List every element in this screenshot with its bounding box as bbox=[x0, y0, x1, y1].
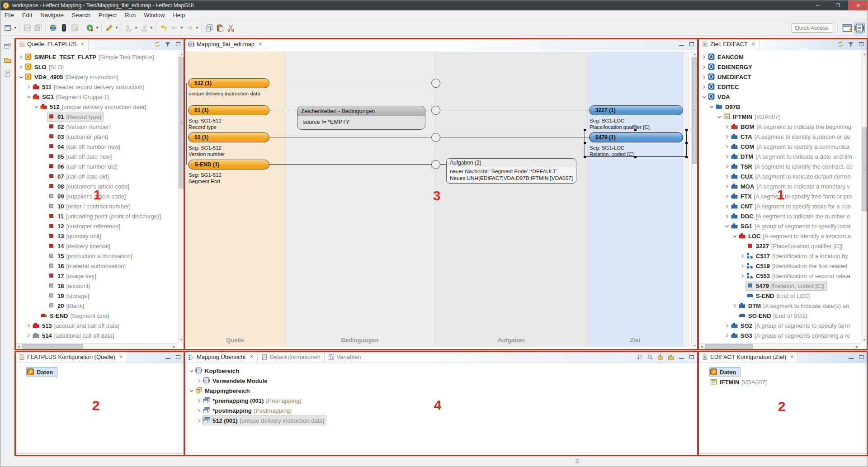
new-wizard-icon[interactable] bbox=[2, 23, 13, 33]
tree-row-14[interactable]: 14[delivery interval] bbox=[17, 241, 176, 251]
expander-collapsed-icon[interactable] bbox=[25, 323, 32, 328]
tree-row-5479[interactable]: 5479[Relation, coded [C]] bbox=[700, 281, 859, 291]
minimize-window-button[interactable]: ─ bbox=[807, 0, 828, 10]
node-3227[interactable]: 3227 (1) bbox=[589, 105, 683, 115]
tree-row-ftx[interactable]: FTX[A segment to specify free form or pr… bbox=[700, 191, 859, 201]
tree-row-sg1[interactable]: SG1[A group of segments to specify locat bbox=[700, 221, 859, 231]
minimize-icon[interactable] bbox=[678, 354, 685, 361]
tree-row-unedifact[interactable]: UNEDIFACT bbox=[700, 72, 859, 82]
tree-row-18[interactable]: 18[account] bbox=[17, 281, 176, 291]
export-dropdown-icon[interactable]: ▼ bbox=[149, 23, 154, 33]
expander-collapsed-icon[interactable] bbox=[196, 378, 203, 383]
forward-icon[interactable] bbox=[184, 23, 195, 33]
expand-all-icon[interactable] bbox=[667, 354, 675, 361]
expander-collapsed-icon[interactable] bbox=[724, 164, 731, 169]
node-send[interactable]: S-END (1) bbox=[188, 160, 269, 170]
tree-row-03[interactable]: 03[customer plant] bbox=[17, 132, 176, 142]
pen-icon[interactable] bbox=[104, 23, 114, 33]
maximize-icon[interactable] bbox=[175, 41, 182, 48]
expander-collapsed-icon[interactable] bbox=[724, 194, 731, 199]
tree-row-bgm[interactable]: BGM[A segment to indicate the beginning bbox=[700, 122, 859, 132]
expander-collapsed-icon[interactable] bbox=[724, 144, 731, 149]
back-icon[interactable] bbox=[169, 23, 179, 33]
tree-row-vda[interactable]: VDA bbox=[700, 92, 859, 102]
device-icon[interactable] bbox=[58, 23, 69, 33]
expander-collapsed-icon[interactable] bbox=[724, 124, 731, 129]
tree-row-20[interactable]: 20[Blank] bbox=[17, 301, 176, 311]
tree-row-slo[interactable]: SLO[SLO] bbox=[17, 62, 176, 72]
expander-collapsed-icon[interactable] bbox=[724, 184, 731, 189]
expander-expanded-icon[interactable] bbox=[33, 104, 40, 109]
source-horizontal-scrollbar[interactable]: ◀ ▶ bbox=[15, 343, 177, 349]
tree-row-eancom[interactable]: EANCOM bbox=[700, 52, 859, 62]
expander-collapsed-icon[interactable] bbox=[701, 55, 708, 60]
tree-row-loc[interactable]: LOC[A segment to identify a location a bbox=[700, 231, 859, 241]
expander-expanded-icon[interactable] bbox=[188, 368, 195, 373]
tree-row-10[interactable]: 10[order / contract number] bbox=[17, 201, 176, 211]
selection-handle[interactable] bbox=[685, 142, 688, 144]
tree-row-s-end[interactable]: S-END[Segment End] bbox=[17, 311, 176, 321]
save-icon[interactable] bbox=[22, 23, 33, 33]
selection-handle[interactable] bbox=[685, 156, 688, 158]
tree-row-c553[interactable]: C553[Identification of second relate bbox=[700, 271, 859, 281]
close-icon[interactable]: ✕ bbox=[249, 354, 253, 360]
web-icon[interactable] bbox=[47, 23, 58, 33]
tree-row-02[interactable]: 02[Version number] bbox=[17, 122, 176, 132]
tab-detailinformationen[interactable]: Detailinformationen bbox=[258, 351, 325, 363]
tree-row-sg-end[interactable]: SG-END[End of SG1] bbox=[700, 311, 859, 321]
node-02[interactable]: 02 (1) bbox=[188, 132, 269, 142]
tree-row-cnt[interactable]: CNT[A segment to specify totals for a co… bbox=[700, 201, 859, 211]
tree-row-c519[interactable]: C519[Identification the first related bbox=[700, 261, 859, 271]
tree-row-com[interactable]: COM[A segment to identify a communica bbox=[700, 142, 859, 151]
tree-row-514[interactable]: 514[additional call off data] bbox=[17, 330, 176, 340]
tree-row-daten[interactable]: Daten bbox=[702, 367, 863, 377]
tree-row-dtm[interactable]: DTM[A segment to indicate date(s) an bbox=[700, 301, 859, 311]
expander-collapsed-icon[interactable] bbox=[724, 154, 731, 159]
selection-handle[interactable] bbox=[584, 142, 586, 144]
menu-edit[interactable]: Edit bbox=[18, 10, 36, 20]
minimize-icon[interactable] bbox=[164, 354, 171, 361]
sort-icon[interactable] bbox=[636, 354, 643, 361]
tree-row-17[interactable]: 17[usage key] bbox=[17, 271, 176, 281]
save-as-icon[interactable] bbox=[69, 23, 80, 33]
tab-ziel-edifact[interactable]: Ziel: EDIFACT ✕ bbox=[698, 38, 760, 50]
tree-row-512[interactable]: 512[unique delivery instruction data] bbox=[17, 102, 176, 112]
tree-row-edienergy[interactable]: EDIENERGY bbox=[700, 62, 859, 72]
tree-row-15[interactable]: 15[production authorisation] bbox=[17, 251, 176, 261]
close-window-button[interactable]: ✕ bbox=[848, 0, 868, 10]
collapse-all-icon[interactable] bbox=[657, 354, 664, 361]
expander-collapsed-icon[interactable] bbox=[18, 55, 24, 60]
task-box[interactable]: Aufgaben (2) neuer Nachricht: 'Segment E… bbox=[446, 158, 576, 184]
tab-variablen[interactable]: Variablen bbox=[325, 351, 365, 363]
close-icon[interactable]: ✕ bbox=[258, 41, 262, 47]
connector-circle-02[interactable] bbox=[431, 133, 440, 142]
tree-row-19[interactable]: 19[storage] bbox=[17, 291, 176, 301]
tree-row-mappingbereich[interactable]: Mappingbereich bbox=[187, 386, 695, 396]
tree-row-16[interactable]: 16[material authorisation] bbox=[17, 261, 176, 271]
expander-collapsed-icon[interactable] bbox=[724, 323, 731, 328]
expander-collapsed-icon[interactable] bbox=[196, 418, 203, 423]
tree-row-04[interactable]: 04[call off number new] bbox=[17, 142, 176, 151]
tree-row-s-end[interactable]: S-END[End of LOC] bbox=[700, 291, 859, 301]
tree-row-09[interactable]: 09[supplier's article code] bbox=[17, 191, 176, 201]
menu-file[interactable]: File bbox=[0, 10, 18, 20]
menu-project[interactable]: Project bbox=[94, 10, 121, 20]
pen-dropdown-icon[interactable]: ▼ bbox=[114, 23, 119, 33]
close-icon[interactable]: ✕ bbox=[119, 354, 123, 360]
tree-row-iftmin[interactable]: IFTMIN[VDA007] bbox=[702, 377, 863, 387]
menu-window[interactable]: Window bbox=[140, 10, 169, 20]
expander-expanded-icon[interactable] bbox=[188, 388, 195, 393]
expander-collapsed-icon[interactable] bbox=[701, 85, 708, 90]
tree-row-512-001-[interactable]: 512 (001)[unique delivery instruction da… bbox=[187, 415, 695, 425]
sync-icon[interactable] bbox=[837, 41, 844, 48]
expander-expanded-icon[interactable] bbox=[716, 114, 723, 119]
expander-expanded-icon[interactable] bbox=[724, 224, 731, 229]
tree-row-sg1[interactable]: SG1[Segment Gruppe 1] bbox=[17, 92, 176, 102]
expander-collapsed-icon[interactable] bbox=[701, 65, 708, 70]
filter-icon[interactable] bbox=[164, 41, 171, 48]
import-dropdown-icon[interactable]: ▼ bbox=[134, 23, 138, 33]
expander-collapsed-icon[interactable] bbox=[18, 65, 24, 70]
restore-window-button[interactable]: ❐ bbox=[828, 0, 848, 10]
expander-collapsed-icon[interactable] bbox=[739, 264, 746, 269]
expander-expanded-icon[interactable] bbox=[731, 234, 738, 239]
